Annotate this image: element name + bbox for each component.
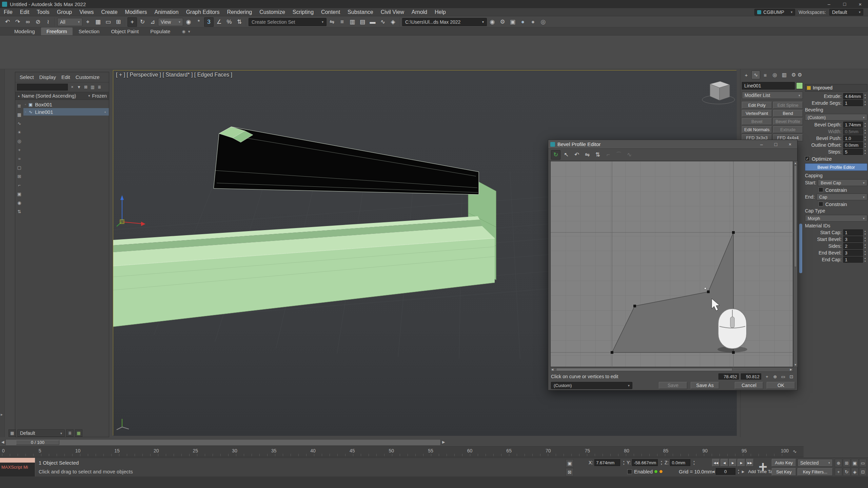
named-selection-set-combo[interactable]: Create Selection Set▾ [249,18,327,26]
scroll-down-icon[interactable]: ▼ [794,363,797,366]
menu-item[interactable]: Substance [344,8,377,16]
create-tab-icon[interactable]: + [742,70,751,79]
modifier-button[interactable]: Edit Spline [773,102,803,109]
grid-view-icon[interactable]: ▦ [75,429,82,437]
display-materials-icon[interactable]: ◉ [16,198,23,207]
frame-forward-icon[interactable]: ▶ [742,470,745,473]
object-name[interactable]: Box001 [35,102,101,107]
menu-item[interactable]: Edit [16,8,33,16]
y-coordinate-field[interactable]: -58.667mm [632,459,658,466]
dialog-maximize-button[interactable]: □ [769,140,783,149]
next-frame-button[interactable]: ▶ [737,459,745,467]
rollout-header[interactable]: Improved [805,84,867,92]
param-value[interactable]: 3 [843,236,863,242]
curve-editor-icon[interactable]: ∿ [378,17,388,27]
spinner[interactable]: ▴▾ [863,142,867,148]
select-and-manipulate-icon[interactable]: * [194,17,203,27]
toggle-scene-explorer-icon[interactable]: ▥ [348,17,357,27]
param-value[interactable]: 3 [843,250,863,256]
explorer-menu-item[interactable]: Customize [73,74,102,81]
modifier-button[interactable]: Bevel Profile [773,118,803,125]
dialog-title-bar[interactable]: Bevel Profile Editor – □ × [548,140,797,149]
enabled-checkbox[interactable] [627,469,632,474]
ok-button[interactable]: OK [767,382,795,389]
lock-explorer-icon[interactable]: ⊠ [82,84,89,90]
menu-item[interactable]: Group [53,8,76,16]
frame-back-icon[interactable]: ◀ [712,470,715,473]
rectangular-selection-icon[interactable]: ▭ [103,17,113,27]
save-as-button[interactable]: Save As [691,382,719,389]
motion-tab-icon[interactable]: ◎ [770,70,779,79]
zoom-icon[interactable]: ⊕ [835,459,842,467]
select-and-scale-icon[interactable]: ⊿ [148,17,157,27]
column-chooser-icon[interactable]: ▥ [89,84,96,90]
profile-canvas[interactable] [550,161,793,367]
modify-tab-icon[interactable]: ∿ [751,70,760,79]
maxscript-mini-listener[interactable]: MAXScript Mi [0,458,35,477]
hscroll-thumb[interactable] [556,368,732,371]
explorer-menu-item[interactable]: Select [17,74,36,81]
go-to-end-button[interactable]: ▶▶ [746,459,754,467]
smooth-point-icon[interactable]: ⌒ [614,150,624,160]
display-cameras-icon[interactable]: ◎ [16,137,23,145]
visibility-dot-icon[interactable]: ◦ [25,109,26,114]
select-and-link-icon[interactable]: ∞ [23,17,33,27]
select-by-name-icon[interactable]: ▦ [93,17,103,27]
object-name[interactable]: Line001 [35,109,101,115]
ribbon-tab[interactable]: Object Paint [105,27,144,35]
menu-item[interactable]: Arnold [408,8,431,16]
bezier-point-icon[interactable]: ∿ [625,150,634,160]
menu-item[interactable]: Modifiers [121,8,151,16]
param-value[interactable]: 0.5mm [843,128,863,135]
scroll-left-icon[interactable]: ◀ [551,368,553,371]
mirror-vertical-icon[interactable]: ⇅ [593,150,603,160]
param-value[interactable]: 5 [843,149,863,155]
maximize-button[interactable]: □ [837,0,852,8]
plugin-dropdown[interactable]: CGBUMP ▾ [754,9,795,16]
scroll-up-icon[interactable]: ▲ [794,162,797,165]
column-header-name[interactable]: Name (Sorted Ascending) [22,93,76,99]
param-value[interactable]: 4.64mm [843,93,863,99]
percent-snap-icon[interactable]: % [224,17,234,27]
spinner[interactable]: ▴▾ [863,243,867,249]
spinner[interactable]: ▴▾ [863,149,867,155]
schematic-view-icon[interactable]: ◈ [388,17,398,27]
display-tab-icon[interactable]: ▥ [780,70,789,79]
listener-macro-row[interactable] [0,458,35,463]
minimize-button[interactable]: – [821,0,837,8]
zoom-region-icon[interactable]: ▭ [780,373,787,380]
profile-refresh-icon[interactable]: ↻ [551,150,560,160]
auto-key-button[interactable]: Auto Key [772,459,796,467]
menu-item[interactable]: Rendering [223,8,256,16]
bevel-profile-shape[interactable] [612,232,733,352]
start-cap-dropdown[interactable]: Bevel Cap▾ [818,179,867,186]
beveling-preset-dropdown[interactable]: (Custom)▾ [805,114,867,121]
x-coordinate-field[interactable]: 7.674mm [594,459,620,466]
menu-item[interactable]: Content [317,8,344,16]
explorer-column-header[interactable]: ▲ Name (Sorted Ascending) ▼ Frozen [15,92,109,100]
scroll-right-icon[interactable]: ▶ [790,368,792,371]
save-button[interactable]: Save [659,382,687,389]
viewport-label[interactable]: [ + ] [ Perspective ] [ Standard* ] [ Ed… [116,72,232,78]
menu-item[interactable]: Help [431,8,450,16]
toggle-layer-explorer-icon[interactable]: ▤ [358,17,367,27]
set-keys-button[interactable]: + [755,459,770,475]
canvas-hscrollbar[interactable]: ◀ ▶ [550,367,793,372]
param-value[interactable]: 2 [843,243,863,249]
time-slider-thumb[interactable]: 0 / 100 [16,440,59,445]
panel-scrollbar[interactable] [799,224,802,273]
list-view-icon[interactable]: ≣ [66,429,74,437]
z-coordinate-field[interactable]: 0.0mm [670,459,690,466]
clear-search-icon[interactable]: × [69,84,76,90]
mirror-icon[interactable]: ⇋ [327,17,337,27]
workspace-dropdown[interactable]: Default ▾ [829,9,863,16]
explorer-sort-icon[interactable]: ≣ [16,101,23,110]
ribbon-tab[interactable]: Modeling [9,27,40,35]
spinner-snap-icon[interactable]: ⇅ [235,17,244,27]
menu-item[interactable]: Views [76,8,97,16]
redo-icon[interactable]: ↷ [13,17,22,27]
display-lights-icon[interactable]: ☀ [16,128,23,137]
spinner[interactable]: ▴▾ [863,250,867,256]
menu-item[interactable]: Civil View [377,8,408,16]
modifier-button[interactable]: Bevel [742,118,772,125]
